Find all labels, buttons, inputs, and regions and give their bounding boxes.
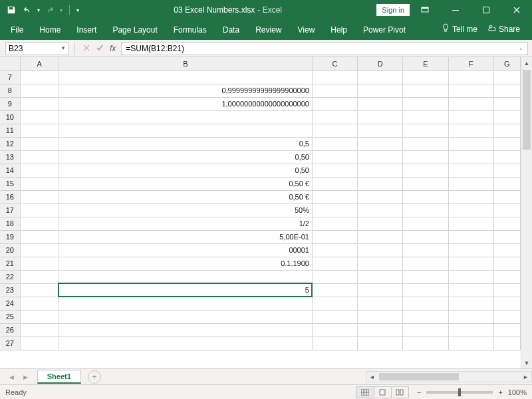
- cell-F27[interactable]: [448, 336, 493, 350]
- cell-C25[interactable]: [312, 310, 357, 323]
- cell-A25[interactable]: [20, 310, 59, 323]
- cell-C7[interactable]: [312, 70, 357, 84]
- cell-F17[interactable]: [448, 203, 493, 217]
- cell-F15[interactable]: [448, 177, 493, 190]
- cell-B13[interactable]: 0,50: [59, 150, 312, 164]
- cell-F21[interactable]: [448, 257, 493, 270]
- row-header-18[interactable]: 18: [0, 217, 20, 230]
- cancel-formula-icon[interactable]: [83, 44, 90, 53]
- name-box-dropdown-icon[interactable]: ▼: [61, 45, 66, 51]
- cell-E20[interactable]: [403, 243, 448, 257]
- cell-C23[interactable]: [312, 283, 357, 297]
- maximize-button[interactable]: [471, 0, 501, 20]
- cell-D9[interactable]: [358, 97, 403, 110]
- cell-E19[interactable]: [403, 230, 448, 243]
- cell-D19[interactable]: [358, 230, 403, 243]
- column-header-E[interactable]: E: [403, 57, 448, 70]
- cell-C27[interactable]: [312, 336, 357, 350]
- cell-C26[interactable]: [312, 323, 357, 336]
- cell-E15[interactable]: [403, 177, 448, 190]
- cell-C17[interactable]: [312, 203, 357, 217]
- undo-icon[interactable]: [21, 4, 33, 16]
- row-header-15[interactable]: 15: [0, 177, 20, 190]
- cell-G7[interactable]: [493, 70, 520, 84]
- cell-F8[interactable]: [448, 84, 493, 97]
- tab-page-layout[interactable]: Page Layout: [104, 21, 165, 40]
- cell-E17[interactable]: [403, 203, 448, 217]
- cell-A22[interactable]: [20, 270, 59, 283]
- cell-G11[interactable]: [493, 124, 520, 137]
- cell-G21[interactable]: [493, 257, 520, 270]
- cell-C20[interactable]: [312, 243, 357, 257]
- cell-B11[interactable]: [59, 124, 312, 137]
- cell-G17[interactable]: [493, 203, 520, 217]
- cell-D26[interactable]: [358, 323, 403, 336]
- cell-E16[interactable]: [403, 190, 448, 203]
- sheet-nav-prev-icon[interactable]: ◄: [8, 373, 15, 381]
- cell-G27[interactable]: [493, 336, 520, 350]
- tab-view[interactable]: View: [290, 21, 323, 40]
- name-box[interactable]: B23 ▼: [5, 42, 69, 55]
- page-break-view-icon[interactable]: [391, 387, 408, 398]
- row-header-12[interactable]: 12: [0, 137, 20, 150]
- cell-B24[interactable]: [59, 297, 312, 310]
- cell-C10[interactable]: [312, 110, 357, 124]
- cell-E22[interactable]: [403, 270, 448, 283]
- cell-E21[interactable]: [403, 257, 448, 270]
- zoom-in-button[interactable]: +: [498, 388, 502, 396]
- undo-dropdown-icon[interactable]: ▾: [37, 7, 40, 13]
- cell-C12[interactable]: [312, 137, 357, 150]
- cell-B20[interactable]: 00001: [59, 243, 312, 257]
- cell-A26[interactable]: [20, 323, 59, 336]
- cell-G8[interactable]: [493, 84, 520, 97]
- cell-E27[interactable]: [403, 336, 448, 350]
- cell-D10[interactable]: [358, 110, 403, 124]
- scroll-down-icon[interactable]: ▼: [521, 357, 532, 368]
- vertical-scrollbar[interactable]: ▲ ▼: [521, 57, 532, 368]
- cell-E13[interactable]: [403, 150, 448, 164]
- row-header-11[interactable]: 11: [0, 124, 20, 137]
- cell-G19[interactable]: [493, 230, 520, 243]
- row-header-7[interactable]: 7: [0, 70, 20, 84]
- cell-B22[interactable]: [59, 270, 312, 283]
- cell-F23[interactable]: [448, 283, 493, 297]
- row-header-8[interactable]: 8: [0, 84, 20, 97]
- redo-icon[interactable]: [44, 4, 56, 16]
- cell-A27[interactable]: [20, 336, 59, 350]
- cell-F13[interactable]: [448, 150, 493, 164]
- save-icon[interactable]: [5, 4, 17, 16]
- cell-E25[interactable]: [403, 310, 448, 323]
- cell-G10[interactable]: [493, 110, 520, 124]
- page-layout-view-icon[interactable]: [374, 387, 391, 398]
- cell-A18[interactable]: [20, 217, 59, 230]
- cell-A20[interactable]: [20, 243, 59, 257]
- cell-E10[interactable]: [403, 110, 448, 124]
- cell-A10[interactable]: [20, 110, 59, 124]
- cell-F20[interactable]: [448, 243, 493, 257]
- cell-C18[interactable]: [312, 217, 357, 230]
- cell-B7[interactable]: [59, 70, 312, 84]
- cell-C14[interactable]: [312, 164, 357, 177]
- normal-view-icon[interactable]: [356, 387, 374, 398]
- cell-E11[interactable]: [403, 124, 448, 137]
- cell-B17[interactable]: 50%: [59, 203, 312, 217]
- zoom-out-button[interactable]: −: [417, 388, 421, 396]
- zoom-level[interactable]: 100%: [508, 388, 527, 396]
- cell-E8[interactable]: [403, 84, 448, 97]
- cell-E24[interactable]: [403, 297, 448, 310]
- new-sheet-button[interactable]: +: [88, 370, 101, 384]
- cell-F22[interactable]: [448, 270, 493, 283]
- cell-D16[interactable]: [358, 190, 403, 203]
- vscroll-track[interactable]: [521, 68, 532, 357]
- scroll-right-icon[interactable]: ►: [520, 374, 531, 380]
- cell-C24[interactable]: [312, 297, 357, 310]
- zoom-slider-knob[interactable]: [458, 388, 461, 396]
- cell-A21[interactable]: [20, 257, 59, 270]
- cell-G20[interactable]: [493, 243, 520, 257]
- tab-power-pivot[interactable]: Power Pivot: [355, 21, 414, 40]
- tab-help[interactable]: Help: [323, 21, 355, 40]
- cell-C9[interactable]: [312, 97, 357, 110]
- cell-G15[interactable]: [493, 177, 520, 190]
- cell-F19[interactable]: [448, 230, 493, 243]
- tab-file[interactable]: File: [3, 21, 31, 40]
